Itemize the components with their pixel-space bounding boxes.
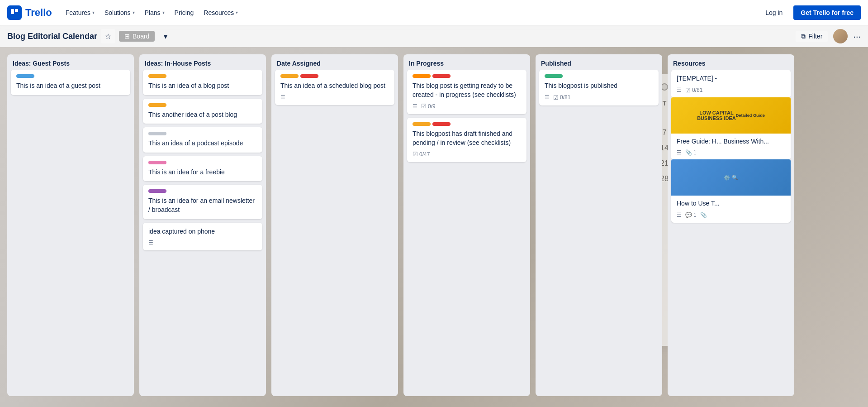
card-labels	[413, 74, 521, 78]
card-text: This blogpost has draft finished and pen…	[413, 129, 521, 147]
column-inhouse-posts: Ideas: In-House Posts This is an idea of…	[139, 54, 266, 396]
board-title: Blog Editorial Calendar	[7, 32, 97, 41]
card[interactable]: This is an idea of a blog post	[143, 70, 262, 95]
column-title: Ideas: Guest Posts	[7, 54, 134, 70]
board-view-button[interactable]: ⊞ Board	[119, 31, 155, 42]
card-thumbnail-blue: ⚙️ 🔍	[671, 159, 791, 196]
column-cards: This blogpost is published ☑ 0/81	[536, 70, 662, 109]
avatar[interactable]	[833, 29, 848, 43]
card[interactable]: This is an idea for an email newsletter …	[143, 185, 262, 219]
attachment-icon: 📎	[700, 212, 707, 218]
card[interactable]: This blogpost is published ☑ 0/81	[539, 70, 659, 105]
description-icon	[280, 94, 285, 101]
card-text: How to Use T...	[677, 199, 785, 208]
card-image: ⚙️ 🔍	[671, 159, 791, 196]
label-pink	[148, 161, 166, 164]
card-footer: 💬 1 📎	[677, 212, 785, 218]
column-in-progress: In Progress This blog post is getting re…	[403, 54, 530, 396]
column-title: Ideas: In-House Posts	[139, 54, 266, 70]
card-text: This an idea of a podcast episode	[148, 139, 257, 148]
card-footer	[148, 239, 257, 246]
attachment-icon: 📎 1	[685, 149, 697, 156]
card[interactable]: ⚙️ 🔍 How to Use T... 💬 1 📎	[671, 164, 791, 223]
trello-logo-icon	[7, 5, 22, 20]
chevron-down-icon: ▾	[133, 10, 135, 15]
trello-logo[interactable]: Trello	[7, 5, 52, 20]
card[interactable]: [TEMPLATE] - ☑ 0/81	[671, 70, 791, 98]
label-yellow	[148, 103, 166, 107]
card-labels	[148, 103, 257, 107]
card-text: This is an idea for a freebie	[148, 168, 257, 177]
label-orange	[413, 74, 431, 78]
card[interactable]: This blog post is getting ready to be cr…	[407, 70, 526, 114]
description-icon	[545, 94, 550, 101]
label-blue	[16, 74, 34, 78]
card-text: This blog post is getting ready to be cr…	[413, 81, 521, 99]
column-title: In Progress	[403, 54, 530, 70]
card[interactable]: This another idea of a post blog	[143, 99, 262, 124]
card-text: idea captured on phone	[148, 227, 257, 236]
column-cards: This is an idea of a guest post	[7, 70, 134, 99]
card-thumbnail-yellow: LOW CAPITALBUSINESS IDEADetailed Guide	[671, 97, 791, 134]
filter-button[interactable]: ⧉ Filter	[796, 31, 828, 42]
card[interactable]: This is an idea for a freebie	[143, 156, 262, 182]
nav-pricing[interactable]: Pricing	[170, 6, 199, 19]
nav-menu: Features ▾ Solutions ▾ Plans ▾ Pricing R…	[61, 6, 756, 19]
card-text: This is an idea of a blog post	[148, 81, 257, 91]
label-red	[300, 74, 318, 78]
column-guest-posts: Ideas: Guest Posts This is an idea of a …	[7, 54, 134, 396]
chevron-down-icon: ▾	[236, 10, 238, 15]
card-footer: ☑ 0/47	[413, 151, 521, 158]
nav-plans[interactable]: Plans ▾	[140, 6, 169, 19]
card-footer: 📎 1	[677, 149, 785, 156]
board-icon: ⊞	[124, 33, 130, 40]
card[interactable]: LOW CAPITALBUSINESS IDEADetailed Guide F…	[671, 102, 791, 161]
column-cards: This is an idea of a blog post This anot…	[139, 70, 266, 254]
login-button[interactable]: Log in	[760, 6, 788, 19]
view-dropdown-button[interactable]: ▾	[158, 29, 173, 43]
card-labels	[148, 74, 257, 78]
card[interactable]: idea captured on phone	[143, 223, 262, 251]
board-header-right: ⧉ Filter ···	[796, 29, 861, 43]
card[interactable]: This blogpost has draft finished and pen…	[407, 118, 526, 162]
nav-actions: Log in Get Trello for free	[760, 5, 861, 20]
board-columns: Ideas: Guest Posts This is an idea of a …	[0, 47, 868, 407]
card-footer	[280, 94, 389, 101]
card-text: This is an idea of a guest post	[16, 81, 125, 91]
checklist-icon: ☑ 0/81	[685, 87, 702, 94]
label-gray	[148, 132, 166, 135]
card[interactable]: This is an idea of a guest post	[11, 70, 130, 95]
card-labels	[545, 74, 653, 78]
card-footer: ☑ 0/9	[413, 103, 521, 110]
column-date-assigned: Date Assigned This an idea of a schedule…	[271, 54, 398, 396]
label-green	[545, 74, 563, 78]
card-labels	[148, 132, 257, 135]
card[interactable]: This an idea of a podcast episode	[143, 127, 262, 153]
comment-icon: 💬 1	[685, 212, 697, 218]
get-trello-button[interactable]: Get Trello for free	[793, 5, 861, 20]
card-text: [TEMPLATE] -	[677, 74, 785, 83]
card-image: LOW CAPITALBUSINESS IDEADetailed Guide	[671, 97, 791, 134]
nav-resources[interactable]: Resources ▾	[199, 6, 242, 19]
board-header: Blog Editorial Calendar ☆ ⊞ Board ▾ ⧉ Fi…	[0, 25, 868, 47]
label-red	[432, 74, 451, 78]
column-published: Published This blogpost is published ☑ 0…	[536, 54, 662, 396]
card-labels	[16, 74, 125, 78]
card-labels	[413, 122, 521, 126]
chevron-down-icon: ▾	[162, 10, 165, 15]
card[interactable]: This an idea of a scheduled blog post	[275, 70, 394, 105]
card-labels	[148, 189, 257, 193]
more-options-button[interactable]: ···	[853, 31, 861, 42]
trello-logo-text: Trello	[25, 7, 52, 19]
checklist-icon: ☑ 0/9	[421, 103, 436, 110]
star-button[interactable]: ☆	[101, 29, 115, 43]
column-cards: This an idea of a scheduled blog post	[271, 70, 398, 109]
nav-features[interactable]: Features ▾	[61, 6, 99, 19]
label-yellow	[148, 74, 166, 78]
svg-rect-0	[11, 9, 14, 14]
column-title: Resources	[668, 54, 794, 70]
column-resources: Resources [TEMPLATE] - ☑ 0/81	[668, 54, 794, 396]
column-title: Date Assigned	[271, 54, 398, 70]
nav-solutions[interactable]: Solutions ▾	[100, 6, 139, 19]
card-text: This another idea of a post blog	[148, 110, 257, 120]
